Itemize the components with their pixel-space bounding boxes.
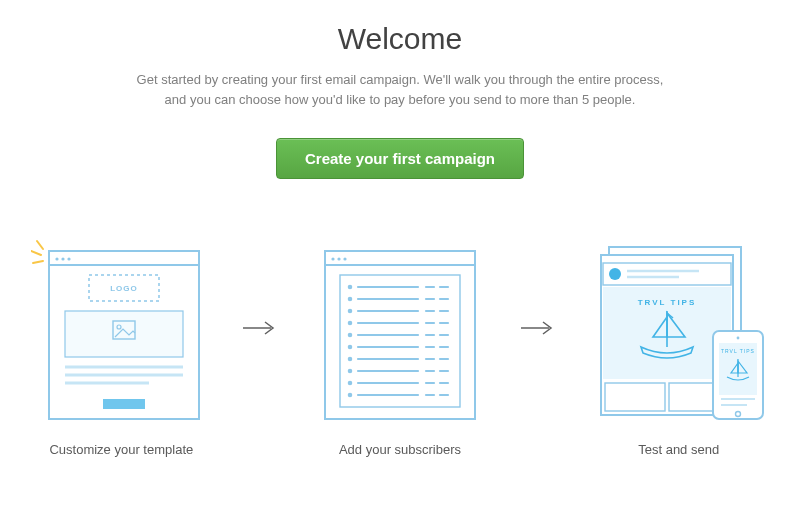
svg-text:TRVL TIPS: TRVL TIPS — [637, 298, 696, 307]
svg-point-4 — [56, 258, 59, 261]
onboarding-steps: LOGO Customize your template — [0, 239, 800, 457]
svg-point-24 — [349, 286, 351, 288]
svg-point-56 — [349, 382, 351, 384]
svg-rect-10 — [65, 311, 183, 357]
svg-rect-23 — [340, 275, 460, 407]
svg-point-36 — [349, 322, 351, 324]
welcome-header: Welcome Get started by creating your fir… — [0, 0, 800, 179]
svg-rect-67 — [603, 263, 731, 285]
svg-rect-16 — [103, 399, 145, 409]
svg-point-21 — [343, 258, 346, 261]
svg-point-40 — [349, 334, 351, 336]
svg-point-52 — [349, 370, 351, 372]
svg-text:LOGO: LOGO — [111, 284, 139, 293]
step-label: Test and send — [638, 442, 719, 457]
arrow-icon — [241, 239, 281, 337]
svg-rect-75 — [605, 383, 665, 411]
test-send-illustration: TRVL TIPS TRVL TIPS — [589, 239, 769, 424]
arrow-icon — [519, 239, 559, 337]
svg-point-32 — [349, 310, 351, 312]
svg-point-5 — [62, 258, 65, 261]
svg-point-28 — [349, 298, 351, 300]
template-illustration: LOGO — [31, 239, 211, 424]
svg-line-0 — [37, 241, 43, 249]
svg-point-60 — [349, 394, 351, 396]
step-add-subscribers: Add your subscribers — [309, 239, 492, 457]
svg-point-78 — [736, 337, 739, 340]
svg-line-1 — [31, 251, 41, 255]
step-label: Customize your template — [49, 442, 193, 457]
page-title: Welcome — [0, 22, 800, 56]
page-subtitle: Get started by creating your first email… — [130, 70, 670, 110]
subscribers-illustration — [310, 239, 490, 424]
svg-point-44 — [349, 346, 351, 348]
svg-point-20 — [337, 258, 340, 261]
svg-point-48 — [349, 358, 351, 360]
create-campaign-button[interactable]: Create your first campaign — [276, 138, 524, 179]
svg-text:TRVL TIPS: TRVL TIPS — [721, 348, 755, 354]
step-customize-template: LOGO Customize your template — [30, 239, 213, 457]
svg-point-68 — [609, 268, 621, 280]
step-label: Add your subscribers — [339, 442, 461, 457]
step-test-send: TRVL TIPS TRVL TIPS — [587, 239, 770, 457]
svg-point-6 — [68, 258, 71, 261]
svg-line-2 — [33, 261, 43, 263]
svg-point-19 — [331, 258, 334, 261]
